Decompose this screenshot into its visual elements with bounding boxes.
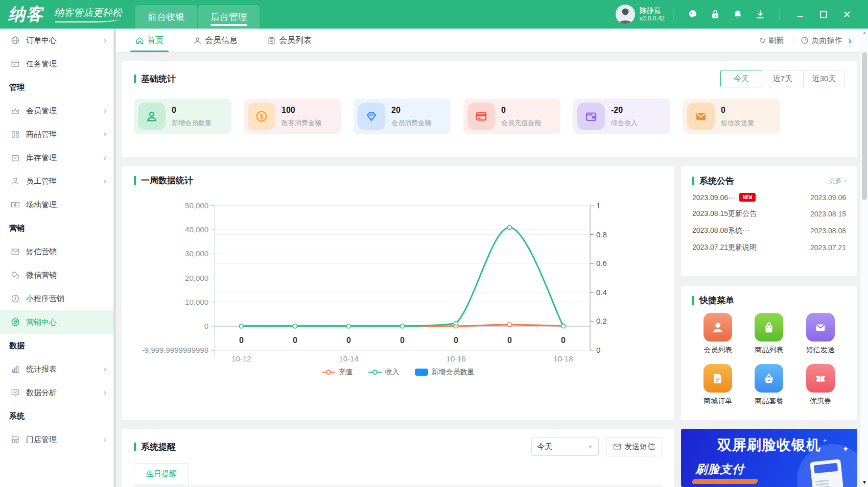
tab-member-info[interactable]: 会员信息: [193, 29, 238, 52]
sidebar-item-label: 订单中心: [26, 36, 57, 45]
sidebar-scrollbar[interactable]: [113, 29, 116, 487]
sidebar-item-marketing-center[interactable]: 营销中心: [0, 310, 113, 334]
scrollbar-thumb[interactable]: [862, 52, 867, 200]
sidebar-item-store-manage[interactable]: 门店管理›: [0, 428, 113, 451]
send-sms-button[interactable]: 发送短信: [606, 437, 662, 456]
tab-member-list[interactable]: 会员列表: [267, 29, 312, 52]
person-icon: [193, 36, 202, 45]
quick-mall-orders[interactable]: 商城订单: [692, 364, 743, 406]
announcement-row[interactable]: 2023.09.06··· NEW 2023.09.06: [692, 193, 846, 202]
quick-coupons[interactable]: 优惠券: [795, 364, 846, 406]
scroll-up-button[interactable]: ▲: [860, 30, 868, 35]
filter-today[interactable]: 今天: [720, 70, 762, 87]
legend-new-members[interactable]: 新增会员数量: [415, 368, 475, 377]
tab-home[interactable]: 首页: [135, 29, 163, 52]
mail-icon: [613, 443, 621, 451]
reminder-date-select[interactable]: 今天 ▼: [531, 437, 599, 456]
chevron-right-icon: ›: [103, 364, 106, 374]
announcement-date: 2023.09.06: [810, 193, 846, 202]
sparkle-icon: ✦: [842, 444, 849, 454]
svg-text:0: 0: [507, 336, 512, 345]
sidebar-item-miniapp-marketing[interactable]: 小程序营销: [0, 287, 113, 310]
scrollbar-track[interactable]: ▲ ▼: [860, 29, 868, 487]
sidebar-item-task-manage[interactable]: 任务管理: [0, 52, 113, 76]
sidebar-section-marketing: 营销: [0, 216, 113, 240]
wallet-icon: [577, 103, 605, 130]
sidebar-item-venue-manage[interactable]: 场地管理: [0, 193, 113, 216]
close-button[interactable]: [841, 9, 853, 20]
svg-text:10-12: 10-12: [231, 354, 251, 363]
legend-recharge[interactable]: 充值: [322, 368, 353, 377]
minimize-button[interactable]: [794, 9, 806, 20]
expand-chevron-icon[interactable]: ›: [848, 35, 852, 46]
sidebar-item-stats-report[interactable]: 统计报表›: [0, 357, 113, 381]
member-list-icon: [703, 313, 732, 342]
sidebar-item-goods-manage[interactable]: 商品管理›: [0, 123, 113, 146]
envelope-icon: [687, 103, 715, 130]
ad-banner[interactable]: 双屏刷脸收银机 刷脸支付 ✦ +: [681, 429, 857, 487]
mail-icon: [9, 247, 21, 257]
svg-text:0: 0: [204, 322, 208, 330]
chevron-right-icon: ›: [103, 35, 106, 45]
filter-7days[interactable]: 近7天: [762, 70, 804, 87]
sidebar-item-label: 统计报表: [26, 364, 57, 374]
sidebar-item-sms-marketing[interactable]: 短信营销: [0, 240, 113, 263]
scroll-down-button[interactable]: ▼: [860, 479, 868, 485]
sidebar-item-member-manage[interactable]: 会员管理›: [0, 99, 113, 123]
sidebar-item-order-center[interactable]: 订单中心›: [0, 29, 113, 52]
announcement-title: 2023.08.15更新公告: [692, 209, 757, 218]
sidebar-item-label: 数据分析: [26, 388, 57, 398]
sidebar-item-wechat-marketing[interactable]: 微信营销: [0, 263, 113, 287]
lock-icon[interactable]: [710, 9, 721, 20]
filter-30days[interactable]: 近30天: [803, 70, 845, 87]
svg-text:0: 0: [239, 336, 244, 345]
topbar-divider2: [780, 9, 780, 20]
download-icon[interactable]: [755, 9, 766, 20]
document-icon: [703, 364, 732, 393]
nav-backend-manage[interactable]: 后台管理: [198, 5, 260, 29]
stat-value: 0: [721, 106, 754, 115]
sidebar-item-data-analysis[interactable]: 数据分析›: [0, 381, 113, 404]
svg-text:$: $: [260, 113, 264, 120]
support-icon[interactable]: [687, 9, 698, 20]
app-slogan: 纳客管店更轻松: [54, 6, 122, 22]
sidebar-item-label: 短信营销: [26, 247, 57, 257]
refresh-icon: ↻: [759, 36, 766, 45]
announcement-date: 2023.07.21: [810, 243, 846, 252]
sidebar-item-label: 会员管理: [26, 106, 57, 116]
bell-icon[interactable]: [732, 9, 743, 20]
stat-label: 综合收入: [611, 118, 638, 128]
birthday-reminder-tab[interactable]: 生日提醒: [134, 463, 189, 484]
topbar-nav: 前台收银 后台管理: [135, 0, 261, 29]
sidebar-item-inventory-manage[interactable]: 库存管理›: [0, 146, 113, 169]
announcement-date: 2023.08.08: [810, 227, 846, 235]
maximize-button[interactable]: [818, 9, 829, 20]
task-icon: [9, 59, 21, 69]
more-link[interactable]: 更多 ›: [829, 176, 846, 185]
refresh-button[interactable]: ↻ 刷新: [759, 36, 784, 45]
topbar-divider: [673, 9, 673, 20]
announcement-row[interactable]: 2023.08.08系统··· 2023.08.08: [692, 226, 846, 235]
legend-income[interactable]: 收入: [368, 368, 400, 377]
page-ops-button[interactable]: 页面操作: [801, 36, 842, 45]
coupon-icon: [806, 364, 835, 393]
quick-menu-card: 快捷菜单 会员列表 商品列表 短信发送 商城订单: [681, 286, 857, 420]
quick-goods-list[interactable]: 商品列表: [743, 313, 794, 355]
monitor-chart-icon: [9, 387, 21, 398]
person-icon: [9, 176, 21, 186]
announcement-row[interactable]: 2023.08.15更新公告 2023.08.15: [692, 209, 846, 218]
quick-sms-send[interactable]: 短信发送: [795, 313, 846, 355]
announcement-row[interactable]: 2023.07.21更新说明 2023.07.21: [692, 243, 846, 252]
app-version: v2.0.0.42: [640, 15, 665, 23]
sidebar-item-label: 场地管理: [26, 200, 57, 210]
avatar[interactable]: [616, 5, 635, 24]
announcement-title: 2023.08.08系统···: [692, 226, 749, 235]
svg-text:0.2: 0.2: [596, 316, 607, 325]
quick-member-list[interactable]: 会员列表: [692, 313, 743, 355]
tab-label: 首页: [147, 35, 163, 46]
svg-text:0: 0: [346, 336, 351, 345]
quick-goods-package[interactable]: 商品套餐: [743, 364, 794, 406]
system-reminder-title: 系统提醒: [134, 443, 176, 451]
sidebar-item-staff-manage[interactable]: 员工管理›: [0, 169, 113, 193]
nav-front-cashier[interactable]: 前台收银: [135, 5, 197, 29]
